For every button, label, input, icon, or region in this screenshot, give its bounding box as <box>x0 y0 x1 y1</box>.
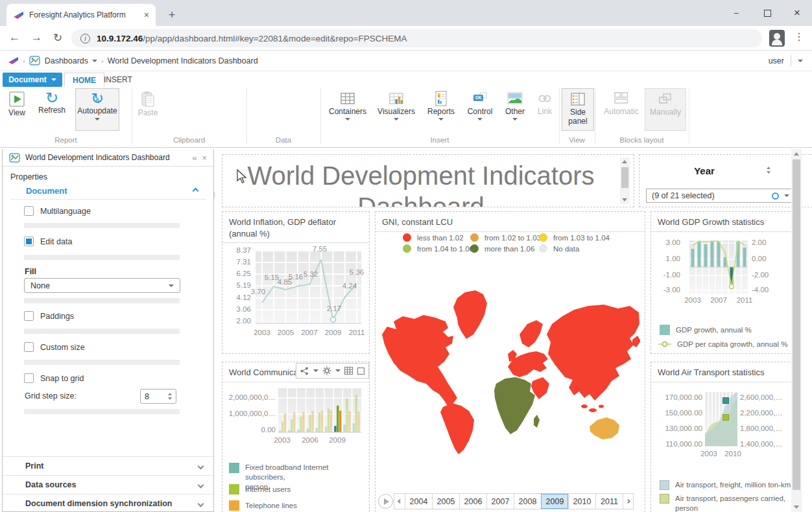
paddings-checkbox[interactable] <box>24 311 34 321</box>
data-table-icon[interactable] <box>344 367 353 375</box>
section-print[interactable]: Print <box>3 456 213 475</box>
title-block-scrollbar[interactable] <box>620 157 630 204</box>
svg-text:-1.00: -1.00 <box>663 271 680 279</box>
timeline-prev-button[interactable] <box>394 494 405 509</box>
browser-tab[interactable]: Foresight Analytics Platform × <box>6 4 156 26</box>
year-title-spinner[interactable] <box>767 167 770 174</box>
scroll-down-icon[interactable] <box>794 506 799 509</box>
gear-icon[interactable] <box>322 366 331 375</box>
tab-insert[interactable]: INSERT <box>96 73 140 87</box>
svg-text:4.24: 4.24 <box>342 282 357 290</box>
communications-block[interactable]: 2,000,000,0… 1,000,000,0… 0.00 2003 2006… <box>222 362 370 512</box>
canvas-scrollbar[interactable] <box>791 149 802 512</box>
share-dropdown-icon[interactable] <box>313 369 318 372</box>
scroll-thumb[interactable] <box>621 167 628 188</box>
new-tab-button[interactable]: + <box>163 6 180 23</box>
svg-text:2009: 2009 <box>325 329 342 336</box>
reports-button[interactable]: Reports <box>425 88 457 131</box>
browser-menu-icon[interactable]: ⋮ <box>794 30 804 43</box>
edit-data-checkbox[interactable] <box>24 237 34 246</box>
x-axis-ticks: 2003 2007 2011 <box>684 296 752 304</box>
side-panel-button[interactable]: Side panel <box>562 88 594 131</box>
section-data-sources[interactable]: Data sources <box>3 475 213 494</box>
inflation-chart-block[interactable]: 8.37 7.31 6.25 5.19 4.12 3.06 2.00 2003 … <box>222 211 370 354</box>
timeline-next-button[interactable] <box>623 494 633 509</box>
maximize-block-icon[interactable] <box>357 367 364 375</box>
custom-size-checkbox[interactable] <box>24 342 34 352</box>
world-map[interactable] <box>381 257 640 483</box>
svg-text:2011: 2011 <box>349 329 365 336</box>
containers-button[interactable]: Containers <box>328 88 368 131</box>
timeline-play-button[interactable] <box>378 494 393 509</box>
reload-icon[interactable]: ↻ <box>53 31 62 45</box>
other-button[interactable]: Other <box>501 88 529 131</box>
year-multiselect-combo[interactable]: (9 of 21 selected) <box>646 189 795 203</box>
manually-layout-icon <box>658 91 673 107</box>
data-sources-expand-icon <box>198 482 204 488</box>
timeline-year-2005[interactable]: 2005 <box>432 494 459 509</box>
tab-close-icon[interactable]: × <box>144 10 149 20</box>
timeline-year-2006[interactable]: 2006 <box>459 494 486 509</box>
user-dropdown-icon[interactable] <box>798 60 803 62</box>
control-button[interactable]: OK Control <box>464 88 496 131</box>
gni-map-block[interactable]: GNI, constant LCU less than 1.02 from 1.… <box>375 211 645 512</box>
page-info-icon[interactable]: i <box>80 34 90 43</box>
timeline-year-2004[interactable]: 2004 <box>405 494 432 509</box>
gear-dropdown-icon[interactable] <box>335 369 340 372</box>
scroll-up-icon[interactable] <box>794 152 799 156</box>
window-close-button[interactable]: × <box>782 0 812 26</box>
link-button: Link <box>533 88 556 131</box>
fill-select[interactable]: None <box>24 278 180 293</box>
multilanguage-checkbox[interactable] <box>24 206 34 216</box>
section-dimension-sync[interactable]: Document dimension synchronization <box>3 494 213 512</box>
scroll-up-icon[interactable] <box>622 160 627 163</box>
browser-profile-icon[interactable] <box>769 30 785 47</box>
control-ok-icon: OK <box>472 91 488 106</box>
left-axis-ticks: 170,000.00 150,000.00 130,000.00 110,000… <box>665 393 702 448</box>
dimension-sync-expand-icon <box>198 500 204 507</box>
scroll-thumb[interactable] <box>793 159 800 490</box>
document-collapse-icon[interactable] <box>193 188 199 194</box>
timeline-year-2009-selected[interactable]: 2009 <box>541 494 568 509</box>
air-transport-block[interactable]: 170,000.00 150,000.00 130,000.00 110,000… <box>651 362 799 512</box>
gdp-growth-block[interactable]: 3.00 1.00 -1.00 -3.00 2.00 0.00 -2.00 -4… <box>651 211 799 354</box>
year-filter-block[interactable]: Year (9 of 21 selected) <box>639 154 812 207</box>
gdp-growth-title: World GDP Growth statistics <box>651 212 798 232</box>
timeline-year-2010[interactable]: 2010 <box>568 494 595 509</box>
scroll-down-icon[interactable] <box>622 198 627 202</box>
map-legend-item: from 1.04 to 1.06 <box>403 244 473 254</box>
window-minimize-button[interactable]: – <box>721 0 751 26</box>
close-panel-icon[interactable]: × <box>202 153 207 163</box>
breadcrumb-dashboards[interactable]: Dashboards <box>45 56 88 65</box>
refresh-button[interactable]: ↻ Refresh <box>34 88 70 131</box>
grid-step-spinner[interactable] <box>168 393 172 400</box>
timeline-year-2008[interactable]: 2008 <box>514 494 541 509</box>
autoupdate-button[interactable]: ↻A Autoupdate <box>75 88 119 131</box>
document-menu-button[interactable]: Document <box>3 73 62 87</box>
visualizers-button[interactable]: Visualizers <box>375 88 418 131</box>
document-section-header[interactable]: Document <box>26 186 67 196</box>
foresight-logo-icon[interactable] <box>8 56 19 65</box>
document-dropdown-icon <box>51 78 56 81</box>
grid-step-input[interactable]: 8 <box>140 389 176 404</box>
view-button[interactable]: View <box>4 88 30 131</box>
window-maximize-button[interactable] <box>752 0 782 26</box>
tab-title: Foresight Analytics Platform <box>29 10 139 19</box>
paste-label: Paste <box>138 109 158 118</box>
block-hover-toolbar <box>296 363 369 378</box>
group-label-report: Report <box>0 134 132 146</box>
svg-text:2.00: 2.00 <box>752 239 766 246</box>
dashboard-title-block[interactable]: World Development Indicators Dashboard <box>222 154 634 207</box>
dashboards-dropdown-icon[interactable] <box>92 60 97 62</box>
snap-to-grid-checkbox[interactable] <box>24 373 34 383</box>
user-menu[interactable]: user <box>769 56 784 65</box>
svg-text:2005: 2005 <box>278 329 294 336</box>
forward-icon[interactable]: → <box>31 31 42 44</box>
timeline-year-2007[interactable]: 2007 <box>486 494 514 509</box>
timeline-year-2011[interactable]: 2011 <box>595 494 623 509</box>
inflation-chart-title: World Inflation, GDP deflator (annual %) <box>222 212 369 243</box>
back-icon[interactable]: ← <box>9 31 20 44</box>
collapse-panel-icon[interactable]: « <box>192 153 197 163</box>
share-icon[interactable] <box>300 367 309 375</box>
url-field[interactable]: i 10.9.172.46/pp/app/dashboard.html#key=… <box>71 29 762 47</box>
